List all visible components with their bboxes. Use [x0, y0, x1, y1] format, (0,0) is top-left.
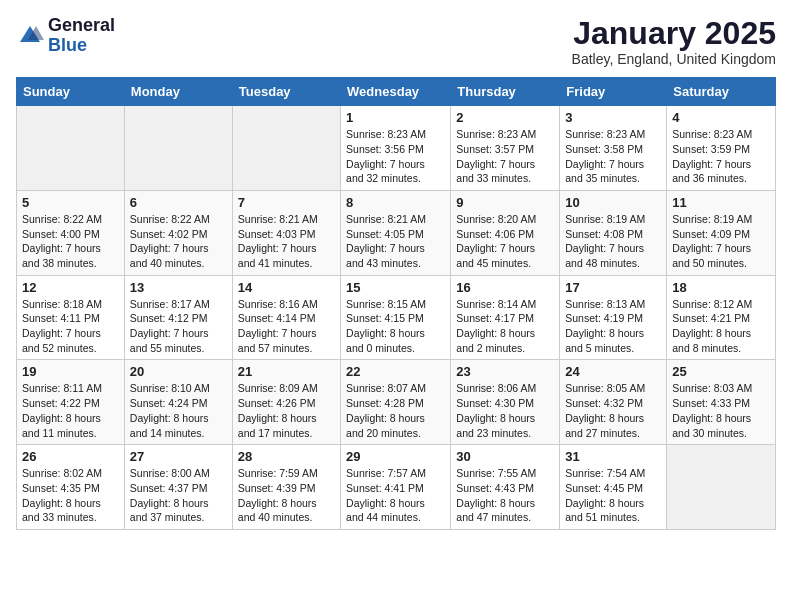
- calendar-week-row: 26Sunrise: 8:02 AMSunset: 4:35 PMDayligh…: [17, 445, 776, 530]
- calendar-cell: 15Sunrise: 8:15 AMSunset: 4:15 PMDayligh…: [341, 275, 451, 360]
- day-number: 17: [565, 280, 661, 295]
- day-info: Sunrise: 7:54 AMSunset: 4:45 PMDaylight:…: [565, 466, 661, 525]
- calendar-cell: 2Sunrise: 8:23 AMSunset: 3:57 PMDaylight…: [451, 106, 560, 191]
- day-info: Sunrise: 8:19 AMSunset: 4:09 PMDaylight:…: [672, 212, 770, 271]
- day-number: 7: [238, 195, 335, 210]
- day-number: 20: [130, 364, 227, 379]
- day-info: Sunrise: 8:17 AMSunset: 4:12 PMDaylight:…: [130, 297, 227, 356]
- calendar-cell: 11Sunrise: 8:19 AMSunset: 4:09 PMDayligh…: [667, 190, 776, 275]
- logo: General Blue: [16, 16, 115, 56]
- calendar-dow-thursday: Thursday: [451, 78, 560, 106]
- day-number: 18: [672, 280, 770, 295]
- day-info: Sunrise: 8:21 AMSunset: 4:03 PMDaylight:…: [238, 212, 335, 271]
- day-info: Sunrise: 8:21 AMSunset: 4:05 PMDaylight:…: [346, 212, 445, 271]
- calendar-cell: 30Sunrise: 7:55 AMSunset: 4:43 PMDayligh…: [451, 445, 560, 530]
- calendar-cell: 6Sunrise: 8:22 AMSunset: 4:02 PMDaylight…: [124, 190, 232, 275]
- calendar-cell: 20Sunrise: 8:10 AMSunset: 4:24 PMDayligh…: [124, 360, 232, 445]
- logo-blue: Blue: [48, 36, 115, 56]
- title-block: January 2025 Batley, England, United Kin…: [572, 16, 776, 67]
- day-info: Sunrise: 8:12 AMSunset: 4:21 PMDaylight:…: [672, 297, 770, 356]
- day-number: 10: [565, 195, 661, 210]
- day-number: 25: [672, 364, 770, 379]
- day-number: 24: [565, 364, 661, 379]
- calendar-cell: 1Sunrise: 8:23 AMSunset: 3:56 PMDaylight…: [341, 106, 451, 191]
- day-number: 3: [565, 110, 661, 125]
- calendar-cell: [17, 106, 125, 191]
- calendar-cell: 8Sunrise: 8:21 AMSunset: 4:05 PMDaylight…: [341, 190, 451, 275]
- calendar-cell: 18Sunrise: 8:12 AMSunset: 4:21 PMDayligh…: [667, 275, 776, 360]
- calendar-cell: [232, 106, 340, 191]
- day-number: 29: [346, 449, 445, 464]
- day-number: 31: [565, 449, 661, 464]
- month-title: January 2025: [572, 16, 776, 51]
- calendar-dow-monday: Monday: [124, 78, 232, 106]
- day-info: Sunrise: 8:05 AMSunset: 4:32 PMDaylight:…: [565, 381, 661, 440]
- day-number: 16: [456, 280, 554, 295]
- calendar-cell: 27Sunrise: 8:00 AMSunset: 4:37 PMDayligh…: [124, 445, 232, 530]
- day-number: 13: [130, 280, 227, 295]
- page-header: General Blue January 2025 Batley, Englan…: [16, 16, 776, 67]
- day-number: 22: [346, 364, 445, 379]
- logo-icon: [16, 22, 44, 50]
- day-info: Sunrise: 8:09 AMSunset: 4:26 PMDaylight:…: [238, 381, 335, 440]
- calendar-cell: 10Sunrise: 8:19 AMSunset: 4:08 PMDayligh…: [560, 190, 667, 275]
- day-info: Sunrise: 8:00 AMSunset: 4:37 PMDaylight:…: [130, 466, 227, 525]
- calendar-cell: 4Sunrise: 8:23 AMSunset: 3:59 PMDaylight…: [667, 106, 776, 191]
- day-number: 8: [346, 195, 445, 210]
- calendar-dow-tuesday: Tuesday: [232, 78, 340, 106]
- day-info: Sunrise: 8:06 AMSunset: 4:30 PMDaylight:…: [456, 381, 554, 440]
- calendar-dow-sunday: Sunday: [17, 78, 125, 106]
- calendar-dow-wednesday: Wednesday: [341, 78, 451, 106]
- calendar-week-row: 5Sunrise: 8:22 AMSunset: 4:00 PMDaylight…: [17, 190, 776, 275]
- calendar-week-row: 19Sunrise: 8:11 AMSunset: 4:22 PMDayligh…: [17, 360, 776, 445]
- day-info: Sunrise: 8:14 AMSunset: 4:17 PMDaylight:…: [456, 297, 554, 356]
- calendar-dow-friday: Friday: [560, 78, 667, 106]
- calendar-cell: 22Sunrise: 8:07 AMSunset: 4:28 PMDayligh…: [341, 360, 451, 445]
- day-number: 15: [346, 280, 445, 295]
- day-number: 26: [22, 449, 119, 464]
- calendar-cell: 17Sunrise: 8:13 AMSunset: 4:19 PMDayligh…: [560, 275, 667, 360]
- calendar-cell: 25Sunrise: 8:03 AMSunset: 4:33 PMDayligh…: [667, 360, 776, 445]
- day-info: Sunrise: 8:20 AMSunset: 4:06 PMDaylight:…: [456, 212, 554, 271]
- calendar-cell: 23Sunrise: 8:06 AMSunset: 4:30 PMDayligh…: [451, 360, 560, 445]
- day-number: 6: [130, 195, 227, 210]
- logo-general: General: [48, 16, 115, 36]
- day-info: Sunrise: 8:23 AMSunset: 3:57 PMDaylight:…: [456, 127, 554, 186]
- calendar-cell: 19Sunrise: 8:11 AMSunset: 4:22 PMDayligh…: [17, 360, 125, 445]
- calendar-cell: 16Sunrise: 8:14 AMSunset: 4:17 PMDayligh…: [451, 275, 560, 360]
- day-number: 27: [130, 449, 227, 464]
- day-number: 9: [456, 195, 554, 210]
- day-number: 14: [238, 280, 335, 295]
- calendar-cell: 29Sunrise: 7:57 AMSunset: 4:41 PMDayligh…: [341, 445, 451, 530]
- day-info: Sunrise: 8:18 AMSunset: 4:11 PMDaylight:…: [22, 297, 119, 356]
- day-number: 12: [22, 280, 119, 295]
- day-info: Sunrise: 8:23 AMSunset: 3:58 PMDaylight:…: [565, 127, 661, 186]
- day-info: Sunrise: 8:16 AMSunset: 4:14 PMDaylight:…: [238, 297, 335, 356]
- calendar-cell: 24Sunrise: 8:05 AMSunset: 4:32 PMDayligh…: [560, 360, 667, 445]
- day-info: Sunrise: 8:15 AMSunset: 4:15 PMDaylight:…: [346, 297, 445, 356]
- day-info: Sunrise: 8:13 AMSunset: 4:19 PMDaylight:…: [565, 297, 661, 356]
- logo-text: General Blue: [48, 16, 115, 56]
- day-number: 1: [346, 110, 445, 125]
- page-container: General Blue January 2025 Batley, Englan…: [0, 0, 792, 538]
- day-info: Sunrise: 8:22 AMSunset: 4:00 PMDaylight:…: [22, 212, 119, 271]
- calendar-cell: 12Sunrise: 8:18 AMSunset: 4:11 PMDayligh…: [17, 275, 125, 360]
- location: Batley, England, United Kingdom: [572, 51, 776, 67]
- day-number: 28: [238, 449, 335, 464]
- calendar-cell: 14Sunrise: 8:16 AMSunset: 4:14 PMDayligh…: [232, 275, 340, 360]
- calendar-cell: 7Sunrise: 8:21 AMSunset: 4:03 PMDaylight…: [232, 190, 340, 275]
- day-number: 30: [456, 449, 554, 464]
- day-info: Sunrise: 7:59 AMSunset: 4:39 PMDaylight:…: [238, 466, 335, 525]
- day-info: Sunrise: 8:19 AMSunset: 4:08 PMDaylight:…: [565, 212, 661, 271]
- calendar-cell: 26Sunrise: 8:02 AMSunset: 4:35 PMDayligh…: [17, 445, 125, 530]
- calendar-table: SundayMondayTuesdayWednesdayThursdayFrid…: [16, 77, 776, 530]
- day-info: Sunrise: 7:57 AMSunset: 4:41 PMDaylight:…: [346, 466, 445, 525]
- calendar-dow-saturday: Saturday: [667, 78, 776, 106]
- day-number: 5: [22, 195, 119, 210]
- day-info: Sunrise: 7:55 AMSunset: 4:43 PMDaylight:…: [456, 466, 554, 525]
- calendar-cell: 5Sunrise: 8:22 AMSunset: 4:00 PMDaylight…: [17, 190, 125, 275]
- day-info: Sunrise: 8:23 AMSunset: 3:56 PMDaylight:…: [346, 127, 445, 186]
- day-number: 4: [672, 110, 770, 125]
- calendar-cell: 21Sunrise: 8:09 AMSunset: 4:26 PMDayligh…: [232, 360, 340, 445]
- calendar-cell: [124, 106, 232, 191]
